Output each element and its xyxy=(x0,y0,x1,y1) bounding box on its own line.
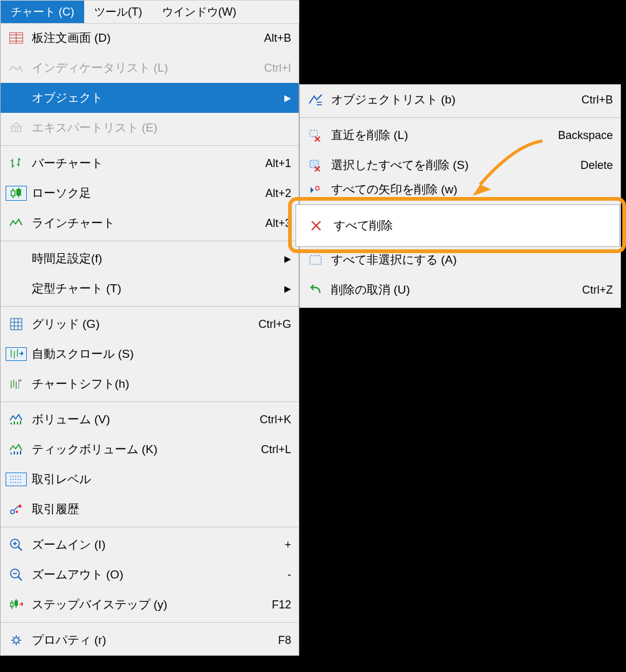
menu-objects-label: オブジェクト xyxy=(27,90,278,106)
menu-separator xyxy=(1,241,299,241)
svg-point-55 xyxy=(315,186,319,190)
deselect-icon xyxy=(305,254,326,266)
order-book-icon xyxy=(6,32,27,44)
zoom-out-icon xyxy=(6,568,27,582)
menu-properties[interactable]: プロパティ (r) F8 xyxy=(1,625,299,655)
delete-selected-icon xyxy=(305,159,326,171)
tick-volume-icon xyxy=(6,444,27,455)
menu-separator xyxy=(1,306,299,307)
menu-trade-level-label: 取引レベル xyxy=(27,471,291,487)
menu-indicator-list-label: インディケータリスト (L) xyxy=(27,60,258,76)
delete-arrows-icon xyxy=(305,185,326,194)
menubar-chart-label: チャート (C) xyxy=(11,6,74,18)
svg-rect-15 xyxy=(11,319,22,330)
menu-grid-label: グリッド (G) xyxy=(27,316,252,332)
menu-line-chart-shortcut: Alt+3 xyxy=(259,217,291,230)
submenu-delete-arrows[interactable]: すべての矢印を削除 (w) xyxy=(300,180,620,199)
submenu-deselect-all[interactable]: すべて非選択にする (A) xyxy=(300,245,620,275)
svg-line-46 xyxy=(18,577,22,580)
menu-trade-level[interactable]: 取引レベル xyxy=(1,464,299,494)
menu-indicator-list-shortcut: Ctrl+I xyxy=(258,62,291,75)
menubar-tools[interactable]: ツール(T) xyxy=(84,1,152,23)
menu-trade-history-label: 取引履歴 xyxy=(27,501,291,517)
menu-expert-list: エキスパートリスト (E) xyxy=(1,113,299,143)
submenu-undo-delete-shortcut: Ctrl+Z xyxy=(576,284,614,297)
menu-separator xyxy=(1,622,299,623)
menubar-window[interactable]: ウインドウ(W) xyxy=(152,1,246,23)
submenu-undo-delete-label: 削除の取消 (U) xyxy=(326,282,576,298)
menu-step-by-step-shortcut: F12 xyxy=(266,598,291,612)
menu-trade-history[interactable]: 取引履歴 xyxy=(1,494,299,524)
menu-order-screen-shortcut: Alt+B xyxy=(258,32,291,45)
svg-rect-49 xyxy=(11,603,13,607)
svg-rect-51 xyxy=(15,601,17,605)
menu-timeframe[interactable]: 時間足設定(f) ▶ xyxy=(1,244,299,274)
submenu-delete-all-label: すべて削除 xyxy=(322,218,612,234)
svg-rect-12 xyxy=(11,191,15,196)
svg-rect-53 xyxy=(310,130,317,137)
chart-menu-dropdown: 板注文画面 (D) Alt+B インディケータリスト (L) Ctrl+I オブ… xyxy=(0,22,299,656)
svg-point-52 xyxy=(14,638,19,643)
menu-indicator-list: インディケータリスト (L) Ctrl+I xyxy=(1,53,299,83)
menu-separator xyxy=(1,145,299,146)
menu-candlestick[interactable]: ローソク足 Alt+2 xyxy=(1,178,299,208)
menubar: チャート (C) ツール(T) ウインドウ(W) xyxy=(0,0,299,24)
menu-line-chart-label: ラインチャート xyxy=(27,215,259,231)
menu-separator xyxy=(1,527,299,527)
menu-line-chart[interactable]: ラインチャート Alt+3 xyxy=(1,208,299,238)
menu-grid[interactable]: グリッド (G) Ctrl+G xyxy=(1,309,299,339)
menubar-tools-label: ツール(T) xyxy=(94,6,142,18)
menu-zoom-out-shortcut: - xyxy=(281,569,291,582)
menu-volume-shortcut: Ctrl+K xyxy=(253,413,291,426)
objects-submenu: オブジェクトリスト (b) Ctrl+B 直近を削除 (L) Backspace… xyxy=(299,84,621,308)
submenu-undo-delete[interactable]: 削除の取消 (U) Ctrl+Z xyxy=(300,275,620,305)
submenu-delete-recent-shortcut: Backspace xyxy=(552,129,613,142)
menu-volume[interactable]: ボリューム (V) Ctrl+K xyxy=(1,405,299,434)
menu-zoom-in-label: ズームイン (I) xyxy=(27,537,278,553)
menu-grid-shortcut: Ctrl+G xyxy=(252,318,291,331)
submenu-arrow-icon: ▶ xyxy=(278,284,291,294)
volume-icon xyxy=(6,414,27,425)
expert-icon xyxy=(6,122,27,133)
menu-separator xyxy=(300,117,620,118)
svg-line-42 xyxy=(18,547,22,550)
submenu-delete-recent[interactable]: 直近を削除 (L) Backspace xyxy=(300,120,620,150)
menu-tick-volume-shortcut: Ctrl+L xyxy=(254,443,291,456)
submenu-delete-arrows-label: すべての矢印を削除 (w) xyxy=(326,181,613,198)
bar-chart-icon xyxy=(6,157,27,170)
menu-bar-chart-label: バーチャート xyxy=(27,155,259,171)
auto-scroll-icon xyxy=(6,347,27,361)
menu-auto-scroll[interactable]: 自動スクロール (S) xyxy=(1,339,299,369)
menu-bar-chart[interactable]: バーチャート Alt+1 xyxy=(1,148,299,178)
grid-icon xyxy=(6,318,27,330)
submenu-object-list[interactable]: オブジェクトリスト (b) Ctrl+B xyxy=(300,85,620,115)
step-icon xyxy=(6,598,27,611)
menu-timeframe-label: 時間足設定(f) xyxy=(27,251,278,267)
menu-separator xyxy=(1,401,299,402)
svg-point-39 xyxy=(19,505,22,508)
menu-template[interactable]: 定型チャート (T) ▶ xyxy=(1,274,299,304)
menu-tick-volume[interactable]: ティックボリューム (K) Ctrl+L xyxy=(1,434,299,464)
menu-properties-label: プロパティ (r) xyxy=(27,632,272,648)
submenu-arrow-icon: ▶ xyxy=(278,254,291,264)
menu-chart-shift[interactable]: チャートシフト(h) xyxy=(1,369,299,399)
submenu-delete-selected-label: 選択したすべてを削除 (S) xyxy=(326,157,574,173)
svg-point-40 xyxy=(16,511,18,513)
submenu-delete-recent-label: 直近を削除 (L) xyxy=(326,127,552,143)
submenu-delete-all[interactable]: すべて削除 xyxy=(296,204,620,247)
submenu-object-list-shortcut: Ctrl+B xyxy=(575,94,613,107)
menu-candlestick-shortcut: Alt+2 xyxy=(259,187,291,200)
submenu-delete-selected[interactable]: 選択したすべてを削除 (S) Delete xyxy=(300,150,620,180)
menu-zoom-in[interactable]: ズームイン (I) + xyxy=(1,530,299,560)
menu-candlestick-label: ローソク足 xyxy=(27,185,259,201)
menu-step-by-step[interactable]: ステップバイステップ (y) F12 xyxy=(1,590,299,620)
menu-template-label: 定型チャート (T) xyxy=(27,281,278,297)
submenu-deselect-all-label: すべて非選択にする (A) xyxy=(326,252,613,268)
menu-properties-shortcut: F8 xyxy=(272,634,291,647)
svg-point-38 xyxy=(11,510,14,514)
menu-objects[interactable]: オブジェクト ▶ xyxy=(1,83,299,113)
menu-order-screen[interactable]: 板注文画面 (D) Alt+B xyxy=(1,23,299,53)
submenu-arrow-icon: ▶ xyxy=(278,93,291,103)
menubar-chart[interactable]: チャート (C) xyxy=(1,1,84,23)
menu-zoom-out[interactable]: ズームアウト (O) - xyxy=(1,560,299,590)
